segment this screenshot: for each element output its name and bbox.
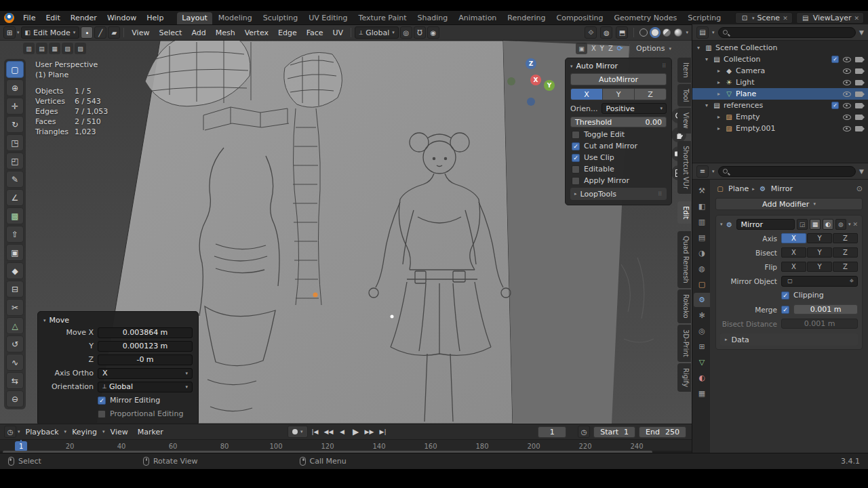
outliner-row-plane[interactable]: ▸ ▽ Plane <box>692 88 868 100</box>
scene-selector[interactable]: ⊡ ▾ Scene ✕ <box>735 12 793 24</box>
toggle-xray-icon[interactable]: ⬒ <box>616 26 628 39</box>
tool-poly-build[interactable]: △ <box>6 317 24 334</box>
modifier-extras-icon[interactable]: ▾ <box>848 222 851 227</box>
mirror-object-field[interactable]: ▢ ⌖ <box>781 276 858 287</box>
tab-rokoko[interactable]: Rokoko <box>677 289 691 323</box>
close-icon[interactable]: ✕ <box>854 15 859 22</box>
snap-magnet-icon[interactable]: Ω <box>414 26 426 39</box>
play-button[interactable]: ▶ <box>350 426 362 438</box>
eye-icon[interactable] <box>843 80 851 85</box>
blender-logo-icon[interactable] <box>4 13 14 23</box>
collapse-icon[interactable]: ▾ <box>43 318 46 323</box>
show-gizmo-icon[interactable]: ⟐ <box>585 26 597 39</box>
gizmo-axis-z[interactable]: Z <box>526 58 536 69</box>
menu-render[interactable]: Render <box>66 12 102 24</box>
gizmo-axis-z-neg[interactable] <box>527 98 535 106</box>
tool-knife[interactable]: ✂ <box>6 299 24 316</box>
axis-y-toggle[interactable]: Y <box>603 89 635 100</box>
bisect-z-toggle[interactable]: Z <box>833 247 858 258</box>
merge-checkbox[interactable] <box>781 306 789 314</box>
disclosure-icon[interactable]: ▾ <box>703 102 710 108</box>
menu-marker[interactable]: Marker <box>134 427 167 437</box>
editor-type-icon[interactable]: ◷ <box>4 426 16 438</box>
shading-solid-icon[interactable] <box>651 28 659 37</box>
eye-icon[interactable] <box>843 126 851 131</box>
flip-y-toggle[interactable]: Y <box>807 262 832 272</box>
tool-transform[interactable]: ◰ <box>6 152 24 169</box>
eye-icon[interactable] <box>843 68 851 74</box>
menu-window[interactable]: Window <box>102 12 141 24</box>
eye-icon[interactable] <box>843 115 851 120</box>
filter-icon[interactable]: ▼ <box>859 29 864 36</box>
render-visibility-icon[interactable] <box>855 92 863 97</box>
workspace-tab-texture-paint[interactable]: Texture Paint <box>354 12 412 24</box>
tool-select-box[interactable]: ▢ <box>6 61 24 78</box>
tool-cursor[interactable]: ⊕ <box>6 79 24 96</box>
properties-tab-modifiers[interactable]: ⚙ <box>694 293 710 307</box>
workspace-tab-animation[interactable]: Animation <box>454 12 501 24</box>
properties-tab-physics[interactable]: ◎ <box>694 324 710 338</box>
properties-tab-view-layer[interactable]: ▤ <box>694 230 710 245</box>
outliner-row-references[interactable]: ▾ ▤ references <box>692 100 868 111</box>
workspace-tab-layout[interactable]: Layout <box>177 12 212 24</box>
falloff-sphere-icon[interactable]: ▥ <box>23 43 35 54</box>
workspace-tab-shading[interactable]: Shading <box>413 12 453 24</box>
clipping-checkbox[interactable] <box>781 291 789 300</box>
tab-edit[interactable]: Edit <box>677 201 691 224</box>
add-modifier-button[interactable]: Add Modifier ▾ <box>715 198 863 210</box>
prev-frame-button[interactable]: ◀ <box>336 426 349 438</box>
mirror-axis-y[interactable]: Y <box>600 45 604 52</box>
gizmo-axis-y[interactable]: Y <box>544 80 555 91</box>
tool-shrink-fatten[interactable]: ⊖ <box>6 390 24 407</box>
tool-move[interactable]: ✛ <box>6 98 24 115</box>
properties-tab-particles[interactable]: ✻ <box>694 308 710 323</box>
menu-add[interactable]: Add <box>187 28 210 38</box>
toggle-edit-checkbox[interactable] <box>572 131 580 139</box>
menu-uv[interactable]: UV <box>329 28 348 38</box>
breadcrumb-modifier[interactable]: Mirror <box>771 184 793 193</box>
looptools-panel-header[interactable]: ▸ LoopTools ⠿ <box>570 188 667 200</box>
viewlayer-selector[interactable]: ▤ ViewLayer ✕ <box>796 12 864 24</box>
pin-icon[interactable]: ⊙ <box>856 184 863 193</box>
selected-vertex-dot[interactable] <box>391 315 394 319</box>
collapse-icon[interactable]: ▾ <box>720 222 723 227</box>
use-clip-checkbox[interactable] <box>572 154 580 162</box>
workspace-tab-uv-editing[interactable]: UV Editing <box>304 12 352 24</box>
pivot-point-icon[interactable]: ◎ <box>400 26 412 39</box>
move-y-field[interactable]: 0.000123 m <box>98 341 193 352</box>
preview-range-clock-icon[interactable]: ◷ <box>578 426 590 438</box>
gizmo-axis-y-neg[interactable] <box>507 77 515 85</box>
eyedropper-icon[interactable]: ⌖ <box>850 277 854 285</box>
orientation-dropdown[interactable]: Positive ▾ <box>601 103 667 114</box>
falloff-smooth-icon[interactable]: ▤ <box>36 43 47 54</box>
tab-rigify[interactable]: Rigify <box>677 363 691 392</box>
properties-tab-object[interactable]: ▢ <box>694 277 710 291</box>
menu-mesh[interactable]: Mesh <box>212 28 239 38</box>
tab-shortcut-vur[interactable]: Shortcut VUr <box>677 141 691 194</box>
data-subpanel-header[interactable]: ▸ Data <box>720 333 858 346</box>
frame-end-field[interactable]: End 250 <box>639 426 686 438</box>
automirror-button[interactable]: AutoMirror <box>570 73 667 85</box>
tool-smooth[interactable]: ∿ <box>6 354 24 371</box>
menu-vertex[interactable]: Vertex <box>241 28 273 38</box>
editable-checkbox[interactable] <box>572 165 580 174</box>
menu-help[interactable]: Help <box>142 12 168 24</box>
collection-checkbox[interactable] <box>831 102 839 109</box>
drag-handle-icon[interactable]: ⠿ <box>662 63 667 69</box>
disclosure-icon[interactable]: ▸ <box>715 68 722 74</box>
outliner-row-scene-collection[interactable]: ▾ ▥ Scene Collection <box>692 42 868 54</box>
falloff-linear-icon[interactable]: ▨ <box>75 43 86 54</box>
render-visibility-icon[interactable] <box>855 80 863 85</box>
mirror-axis-x[interactable]: X <box>591 45 596 52</box>
display-edit-mode-icon[interactable]: ▦ <box>810 219 821 230</box>
tab-item[interactable]: Item <box>677 58 691 83</box>
options-menu[interactable]: Options <box>636 44 665 53</box>
shading-material-icon[interactable] <box>663 28 671 37</box>
properties-tab-output[interactable]: ▥ <box>694 215 710 229</box>
tool-spin[interactable]: ↺ <box>6 336 24 352</box>
next-keyframe-button[interactable]: ▶▶ <box>363 426 376 438</box>
collection-checkbox[interactable] <box>831 56 839 63</box>
display-on-cage-icon[interactable]: ◲ <box>797 219 808 230</box>
close-icon[interactable]: ✕ <box>783 15 788 22</box>
show-overlays-icon[interactable]: ◍ <box>600 26 612 39</box>
